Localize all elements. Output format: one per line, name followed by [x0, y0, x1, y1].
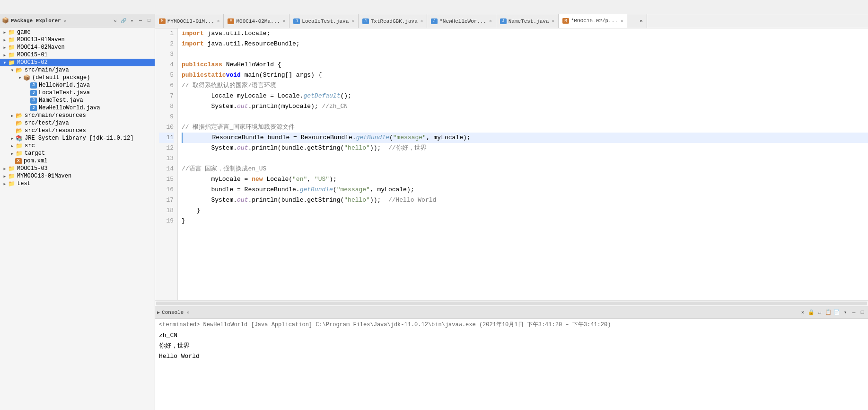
sidebar-menu-button[interactable]: ▾: [128, 17, 136, 25]
tab-close-txtreadgbk[interactable]: ✕: [421, 18, 423, 24]
tab-mymooc13-01m[interactable]: MMYMOOC13-01M...✕: [155, 14, 224, 28]
sidebar-title-close[interactable]: ✕: [64, 18, 67, 24]
tree-item-mooc15-03[interactable]: ▶📁MOOC15-03: [0, 165, 155, 172]
tree-item-mooc14[interactable]: ▶📁MOOC14-02Maven: [0, 44, 155, 51]
tree-item-mooc15-02[interactable]: ▼📁MOOC15-02: [0, 59, 155, 66]
code-line-3: [182, 49, 868, 60]
tree-arrow-jre[interactable]: ▶: [9, 136, 15, 141]
console-line: 你好，世界: [159, 341, 864, 351]
tree-arrow-default-pkg[interactable]: ▼: [17, 76, 23, 80]
word-wrap-button[interactable]: ↵: [816, 309, 824, 316]
code-editor[interactable]: 12345678910111213141516171819 import jav…: [155, 28, 868, 300]
tree-item-src[interactable]: ▶📁src: [0, 142, 155, 150]
link-with-editor-button[interactable]: 🔗: [120, 17, 127, 25]
tree-item-NewHelloWorld[interactable]: JNewHelloWorld.java: [0, 104, 155, 112]
tree-item-HelloWorld[interactable]: JHelloWorld.java: [0, 81, 155, 89]
tab-close-mooc15-02p[interactable]: ✕: [621, 18, 623, 24]
editor-panel: MMYMOOC13-01M...✕MMOOC14-02Ma...✕JLocale…: [155, 14, 868, 410]
tree-arrow-src-main-res[interactable]: ▶: [9, 114, 15, 118]
tree-icon-mooc14: 📁: [8, 44, 15, 51]
code-content[interactable]: import java.util.Locale;import java.util…: [178, 28, 868, 300]
line-number-16: 16: [159, 185, 174, 195]
tab-label-localetest: LocaleTest.java: [302, 18, 349, 24]
tree-label-test: test: [17, 180, 31, 187]
horizontal-scrollbar[interactable]: [155, 300, 868, 306]
tree-label-mooc15-03: MOOC15-03: [17, 165, 48, 172]
tab-close-mymooc13-01m[interactable]: ✕: [217, 18, 219, 24]
tree-arrow-mooc13[interactable]: ▶: [2, 38, 8, 42]
tree-item-mooc13[interactable]: ▶📁MOOC13-01Maven: [0, 36, 155, 44]
collapse-all-button[interactable]: ⇲: [111, 17, 119, 25]
tab-close-nametest[interactable]: ✕: [552, 18, 554, 24]
tree-arrow-game[interactable]: ▶: [2, 30, 8, 35]
tree-item-pomxml[interactable]: Xpom.xml: [0, 157, 155, 165]
tree-item-LocaleTest[interactable]: JLocaleTest.java: [0, 89, 155, 97]
tab-newhelloworld[interactable]: J*NewHelloWor...✕: [427, 14, 496, 28]
tab-nametest[interactable]: JNameTest.java✕: [496, 14, 559, 28]
clear-console-button[interactable]: ✕: [799, 309, 807, 316]
tree-item-src-main-java[interactable]: ▼📂src/main/java: [0, 66, 155, 74]
console-min-button[interactable]: —: [850, 309, 858, 316]
tab-icon-nametest: J: [500, 18, 507, 24]
tree-arrow-src[interactable]: ▶: [9, 144, 15, 148]
tab-close-localetest[interactable]: ✕: [351, 18, 354, 24]
tab-mooc14-02ma[interactable]: MMOOC14-02Ma...✕: [224, 14, 289, 28]
console-action-buttons: ✕ 🔒 ↵ 📋 📄 ▾ — □: [799, 309, 866, 316]
console-paste-button[interactable]: 📄: [833, 309, 841, 316]
line-number-6: 6: [159, 80, 174, 91]
tab-localetest[interactable]: JLocaleTest.java✕: [289, 14, 358, 28]
line-numbers: 12345678910111213141516171819: [155, 28, 178, 300]
tree-arrow-mymooc13[interactable]: ▶: [2, 174, 8, 178]
tree-arrow-mooc14[interactable]: ▶: [2, 45, 8, 50]
tab-overflow[interactable]: »: [627, 14, 647, 28]
sidebar-title-label: Package Explorer: [11, 18, 61, 24]
line-number-7: 7: [159, 91, 174, 101]
tree-item-target[interactable]: ▶📁target: [0, 150, 155, 157]
tab-mooc15-02p[interactable]: M*MOOC15-02/p...✕: [559, 14, 627, 28]
tab-close-mooc14-02ma[interactable]: ✕: [283, 18, 285, 24]
console-panel: ▶ Console ✕ ✕ 🔒 ↵ 📋 📄 ▾ — □ <terminated>…: [155, 306, 868, 410]
console-menu-button[interactable]: ▾: [842, 309, 849, 316]
tree-icon-LocaleTest: J: [30, 90, 37, 96]
tree-arrow-src-main-java[interactable]: ▼: [9, 68, 15, 72]
tree-arrow-mooc15-02[interactable]: ▼: [2, 61, 8, 65]
tab-close-newhelloworld[interactable]: ✕: [489, 18, 491, 24]
line-number-1: 1: [159, 28, 174, 39]
console-terminated-text: <terminated> NewHelloWorld [Java Applica…: [159, 321, 864, 329]
code-line-1: import java.util.Locale;: [182, 28, 868, 39]
tree-item-jre[interactable]: ▶📚JRE System Library [jdk-11.0.12]: [0, 134, 155, 142]
tree-item-src-test-res[interactable]: 📂src/test/resources: [0, 127, 155, 134]
sidebar-max-button[interactable]: □: [145, 17, 153, 25]
tree-item-src-test-java[interactable]: 📂src/test/java: [0, 119, 155, 127]
console-tab-close[interactable]: ✕: [186, 310, 189, 315]
tab-txtreadgbk[interactable]: JTxtReadGBK.java✕: [359, 14, 427, 28]
tree-item-game[interactable]: ▶📁game: [0, 28, 155, 36]
tab-label-mymooc13-01m: MYMOOC13-01M...: [167, 18, 214, 24]
console-copy-button[interactable]: 📋: [824, 309, 832, 316]
tab-icon-localetest: J: [293, 18, 300, 24]
tree-label-LocaleTest: LocaleTest.java: [39, 89, 90, 96]
scroll-lock-button[interactable]: 🔒: [807, 309, 815, 316]
tree-arrow-mooc15-03[interactable]: ▶: [2, 167, 8, 171]
scroll-thumb[interactable]: [156, 302, 867, 305]
tree-item-src-main-res[interactable]: ▶📂src/main/resources: [0, 112, 155, 119]
console-max-button[interactable]: □: [859, 309, 866, 316]
tree-item-mooc15-01[interactable]: ▶📁MOOC15-01: [0, 51, 155, 59]
tree-item-NameTest[interactable]: JNameTest.java: [0, 97, 155, 104]
sidebar-header: 📦 Package Explorer ✕ ⇲ 🔗 ▾ — □: [0, 14, 155, 27]
tree-label-src-main-java: src/main/java: [25, 67, 69, 73]
code-line-2: import java.util.ResourceBundle;: [182, 39, 868, 49]
tree-item-default-pkg[interactable]: ▼📦(default package): [0, 74, 155, 81]
tree-label-src: src: [25, 143, 35, 149]
tree-arrow-test[interactable]: ▶: [2, 182, 8, 186]
tree-item-test[interactable]: ▶📁test: [0, 180, 155, 187]
tab-icon-mooc15-02p: M: [562, 18, 569, 24]
sidebar-min-button[interactable]: —: [137, 17, 144, 25]
console-title-label: Console: [162, 310, 184, 315]
tab-bar: [0, 0, 868, 14]
tree-arrow-mooc15-01[interactable]: ▶: [2, 53, 8, 57]
main-area: 📦 Package Explorer ✕ ⇲ 🔗 ▾ — □ ▶📁game▶📁M…: [0, 14, 868, 410]
tree-arrow-target[interactable]: ▶: [9, 152, 15, 156]
tree-item-mymooc13[interactable]: ▶📁MYMOOC13-01Maven: [0, 172, 155, 180]
tree-label-mooc15-01: MOOC15-01: [17, 52, 48, 58]
